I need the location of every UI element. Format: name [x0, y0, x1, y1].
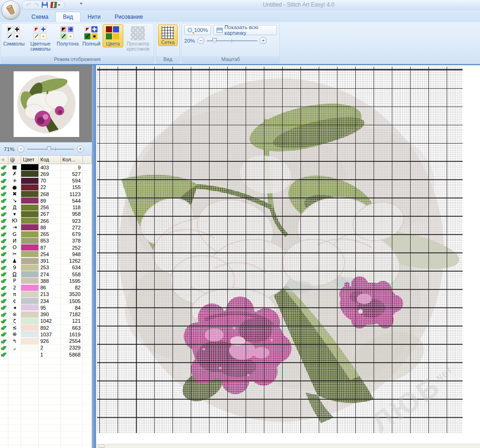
- palette-row[interactable]: ✔✔Ω274558: [0, 271, 92, 278]
- palette-row[interactable]: ✔✔✖2681123: [0, 191, 92, 197]
- palette-row[interactable]: ✔✔ζ1042121: [0, 318, 92, 325]
- application-menu-button[interactable]: [1, 0, 20, 19]
- included-check-icon[interactable]: ✔✔: [0, 184, 8, 190]
- palette-row[interactable]: ✔✔⌟22329: [0, 345, 92, 351]
- included-check-icon[interactable]: ✔✔: [0, 278, 8, 284]
- palette-row[interactable]: ✔✔¢2341505: [0, 298, 92, 304]
- included-check-icon[interactable]: ✔✔: [0, 291, 8, 297]
- column-header-count[interactable]: Кол...: [61, 156, 83, 164]
- threads-menu-button[interactable]: [51, 2, 60, 8]
- included-check-icon[interactable]: ✔✔: [0, 171, 8, 177]
- palette-row[interactable]: ✔✔✗269527: [0, 171, 92, 177]
- tab-Схема[interactable]: Схема: [24, 12, 55, 22]
- palette-row[interactable]: ✔✔✂254948: [0, 251, 92, 258]
- included-check-icon[interactable]: ✔✔: [0, 251, 8, 257]
- included-check-icon[interactable]: ✔✔: [0, 258, 8, 264]
- palette-row[interactable]: ✔✔⇥88272: [0, 224, 92, 231]
- included-check-icon[interactable]: ✔✔: [0, 205, 8, 211]
- included-check-icon[interactable]: ✔✔: [0, 238, 8, 244]
- included-check-icon[interactable]: ✔✔: [0, 197, 8, 204]
- included-check-icon[interactable]: ✔✔: [0, 178, 8, 184]
- zoom-out-button[interactable]: −: [197, 37, 204, 44]
- palette-row[interactable]: ✔✔28682: [0, 285, 92, 291]
- included-check-icon[interactable]: ✔✔: [0, 331, 8, 337]
- ribbon-button-halftones[interactable]: Полутона: [55, 24, 80, 47]
- palette-row[interactable]: ✔✔O87252: [0, 244, 92, 251]
- preview-zoom-out-button[interactable]: −: [17, 145, 24, 152]
- column-header-color[interactable]: Цвет: [21, 156, 39, 164]
- included-check-icon[interactable]: ✔✔: [0, 244, 8, 251]
- zoom-in-button[interactable]: +: [260, 37, 267, 44]
- ribbon-button-full[interactable]: Полный: [81, 24, 102, 47]
- included-check-icon[interactable]: ✔✔: [0, 265, 8, 271]
- included-check-icon[interactable]: ✔✔: [0, 338, 8, 344]
- included-check-icon[interactable]: ✔✔: [0, 345, 8, 351]
- included-check-icon[interactable]: ✔✔: [0, 164, 8, 170]
- included-check-icon[interactable]: ✔✔: [0, 351, 8, 357]
- horizontal-scrollbar[interactable]: [96, 444, 480, 448]
- slider-thumb[interactable]: [47, 146, 51, 152]
- ribbon-zoom-slider[interactable]: [207, 38, 257, 44]
- tab-Рисование[interactable]: Рисование: [107, 12, 150, 22]
- included-check-icon[interactable]: ✔✔: [0, 211, 8, 217]
- slider-thumb[interactable]: [212, 38, 217, 44]
- column-header-included[interactable]: ⋄: [0, 156, 8, 164]
- palette-row[interactable]: ✔✔π2133520: [0, 291, 92, 298]
- zoom-100-button[interactable]: 100%: [184, 25, 211, 35]
- included-check-icon[interactable]: ✔✔: [0, 271, 8, 277]
- ribbon-button-colors[interactable]: Цвета: [103, 24, 123, 47]
- palette-row[interactable]: ✔✔■4039: [0, 164, 92, 171]
- included-check-icon[interactable]: ✔✔: [0, 311, 8, 318]
- palette-row[interactable]: ✔✔⊕10371619: [0, 331, 92, 338]
- tab-Вид[interactable]: Вид: [55, 12, 81, 22]
- palette-row[interactable]: ✔✔▾267958: [0, 211, 92, 218]
- stitch-grid[interactable]: [97, 67, 463, 433]
- palette-row[interactable]: ✔✔✳70594: [0, 178, 92, 184]
- ribbon-button-grid[interactable]: Сетка: [158, 24, 178, 46]
- tab-Нити[interactable]: Нити: [81, 12, 108, 22]
- palette-row[interactable]: ✔✔※3907182: [0, 311, 92, 318]
- panel-splitter[interactable]: [92, 65, 96, 448]
- palette-row[interactable]: ✔✔♟3911262: [0, 258, 92, 265]
- fit-picture-button[interactable]: Показать всю картинку: [213, 25, 277, 35]
- save-icon[interactable]: [42, 2, 48, 8]
- palette-row[interactable]: ✔✔P3881595: [0, 278, 92, 284]
- preview-zoom-slider[interactable]: [27, 146, 74, 152]
- included-check-icon[interactable]: ✔✔: [0, 304, 8, 311]
- palette-row[interactable]: ✔✔G265679: [0, 231, 92, 238]
- palette-row[interactable]: ✔✔◂9584: [0, 304, 92, 311]
- ribbon-button-symbols[interactable]: Символы: [2, 24, 26, 47]
- included-check-icon[interactable]: ✔✔: [0, 231, 8, 237]
- palette-empty-row: [0, 392, 92, 398]
- thread-count: 634: [61, 265, 83, 271]
- palette-row[interactable]: ✔✔Д256118: [0, 205, 92, 211]
- palette-row[interactable]: ✔✔●22155: [0, 184, 92, 191]
- row-spacer: [83, 184, 92, 190]
- customize-qat-button[interactable]: [80, 3, 82, 5]
- palette-row[interactable]: ✔✔≤892663: [0, 325, 92, 331]
- included-check-icon[interactable]: ✔✔: [0, 191, 8, 197]
- ribbon-button-colored-symbols[interactable]: Цветные символы: [26, 24, 55, 53]
- included-check-icon[interactable]: ✔✔: [0, 318, 8, 324]
- scrollbar-left-button[interactable]: [98, 445, 105, 448]
- column-header-symbol[interactable]: @: [8, 156, 21, 164]
- column-header-code[interactable]: Код: [39, 156, 61, 164]
- pattern-canvas[interactable]: ЛЮБ NET: [96, 65, 480, 448]
- palette-row[interactable]: ✔✔↘89544: [0, 197, 92, 204]
- included-check-icon[interactable]: ✔✔: [0, 325, 8, 331]
- palette-row[interactable]: ✔✔15868: [0, 351, 92, 358]
- preview-zoom-in-button[interactable]: +: [77, 145, 84, 152]
- palette-row[interactable]: ✔✔И853378: [0, 238, 92, 244]
- full-view-icon: [84, 26, 98, 40]
- palette-row[interactable]: ✔✔9253634: [0, 265, 92, 271]
- palette-row[interactable]: ✔✔Ю266923: [0, 218, 92, 224]
- undo-icon[interactable]: ↶: [26, 2, 31, 8]
- included-check-icon[interactable]: ✔✔: [0, 218, 8, 224]
- thread-color-swatch: [21, 224, 38, 230]
- included-check-icon[interactable]: ✔✔: [0, 285, 8, 291]
- redo-icon[interactable]: ↷: [34, 2, 39, 8]
- empty-cell: [61, 378, 83, 384]
- included-check-icon[interactable]: ✔✔: [0, 298, 8, 304]
- palette-row[interactable]: ✔✔↰9262554: [0, 338, 92, 345]
- included-check-icon[interactable]: ✔✔: [0, 224, 8, 230]
